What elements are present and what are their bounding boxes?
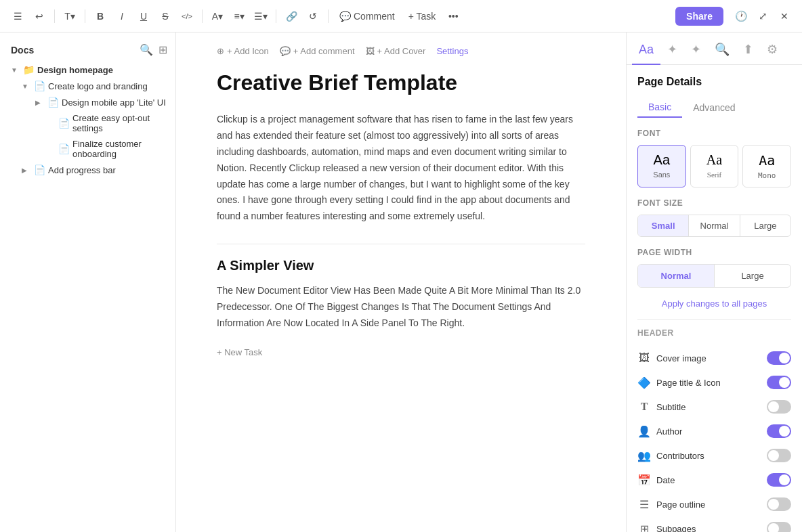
subtab-basic[interactable]: Basic bbox=[637, 97, 682, 118]
toggle-author: 👤 Author bbox=[637, 419, 791, 443]
section-divider bbox=[217, 244, 585, 244]
sidebar-item-create-logo[interactable]: ▼ 📄 Create logo and branding bbox=[3, 78, 173, 94]
size-normal[interactable]: Normal bbox=[688, 215, 739, 236]
separator-2 bbox=[85, 9, 85, 23]
tab-sparkle[interactable]: ✦ bbox=[660, 35, 684, 65]
tab-settings[interactable]: ⚙ bbox=[760, 35, 784, 65]
font-size-group: Font Size Small Normal Large bbox=[637, 198, 791, 237]
add-comment-button[interactable]: 💬 + Add comment bbox=[280, 46, 355, 56]
share-button[interactable]: Share bbox=[675, 7, 723, 26]
task-button[interactable]: + Task bbox=[403, 7, 442, 26]
sub-tabs: Basic Advanced bbox=[637, 97, 791, 118]
font-sans-option[interactable]: Aa Sans bbox=[637, 145, 686, 187]
font-name: Mono bbox=[758, 171, 776, 180]
link-button[interactable]: 🔗 bbox=[282, 7, 301, 26]
toolbar: ☰ ↩ T ▾ B I U S </> A ▾ ≡ ▾ ☰ ▾ 🔗 ↺ 💬 Co… bbox=[0, 0, 802, 32]
sidebar-item-label: Design mobile app 'Lite' UI bbox=[62, 97, 166, 108]
main-layout: Docs 🔍 ⊞ ▼ 📁 Design homepage ▼ 📄 Create … bbox=[0, 32, 802, 532]
subpages-label: Subpages bbox=[656, 524, 696, 533]
size-options: Small Normal Large bbox=[637, 215, 791, 237]
add-cover-button[interactable]: 🖼 + Add Cover bbox=[366, 46, 426, 56]
page-width-label: Page Width bbox=[637, 248, 791, 257]
tab-share[interactable]: ⬆ bbox=[736, 35, 760, 65]
panel-title: Page Details bbox=[637, 76, 791, 88]
doc-icon: 📄 bbox=[34, 81, 45, 91]
undo-button[interactable]: ↩ bbox=[30, 7, 49, 26]
font-size-label: Font Size bbox=[637, 198, 791, 208]
italic-button[interactable]: I bbox=[112, 7, 131, 26]
font-preview: Aa bbox=[706, 152, 722, 168]
width-options: Normal Large bbox=[637, 264, 791, 288]
new-task-button[interactable]: + New Task bbox=[217, 345, 262, 360]
arrow-icon: ▼ bbox=[11, 66, 20, 74]
code-button[interactable]: </> bbox=[177, 7, 196, 26]
align-button[interactable]: ≡ ▾ bbox=[230, 7, 249, 26]
sidebar-item-opt-out[interactable]: 📄 Create easy opt-out settings bbox=[3, 110, 173, 136]
add-icon-button[interactable]: ⊕ + Add Icon bbox=[217, 46, 269, 56]
comment-icon: 💬 bbox=[280, 46, 291, 56]
toggle-subpages: ⊞ Subpages bbox=[637, 516, 791, 532]
toggle-page-outline: ☰ Page outline bbox=[637, 492, 791, 516]
sidebar-icons: 🔍 ⊞ bbox=[140, 43, 167, 56]
tab-ai[interactable]: ✦ bbox=[684, 35, 708, 65]
cover-image-icon: 🖼 bbox=[637, 352, 651, 364]
arrow-icon: ▶ bbox=[35, 99, 45, 106]
subtitle-label: Subtitle bbox=[656, 402, 685, 412]
page-title-toggle[interactable] bbox=[767, 376, 791, 389]
underline-button[interactable]: U bbox=[134, 7, 153, 26]
hamburger-button[interactable]: ☰ bbox=[8, 7, 27, 26]
arrow-icon: ▶ bbox=[22, 167, 31, 174]
separator-5 bbox=[328, 9, 329, 23]
width-large[interactable]: Large bbox=[714, 265, 790, 287]
close-button[interactable]: ✕ bbox=[775, 7, 794, 26]
subtab-advanced[interactable]: Advanced bbox=[682, 97, 746, 118]
date-toggle[interactable] bbox=[767, 473, 791, 487]
size-small[interactable]: Small bbox=[638, 215, 688, 236]
sidebar-search-button[interactable]: 🔍 bbox=[140, 43, 153, 56]
loop-button[interactable]: ↺ bbox=[303, 7, 322, 26]
list-button[interactable]: ☰ ▾ bbox=[251, 7, 270, 26]
font-color-button[interactable]: A ▾ bbox=[208, 7, 227, 26]
subtitle-icon: T bbox=[637, 401, 651, 413]
date-icon: 📅 bbox=[637, 474, 651, 487]
strikethrough-button[interactable]: S bbox=[156, 7, 175, 26]
subpages-toggle[interactable] bbox=[767, 522, 791, 532]
sidebar-item-label: Create easy opt-out settings bbox=[72, 113, 167, 133]
sidebar-item-design-homepage[interactable]: ▼ 📁 Design homepage bbox=[3, 62, 173, 78]
arrow-icon: ▼ bbox=[22, 83, 31, 90]
sidebar-item-finalize[interactable]: 📄 Finalize customer onboarding bbox=[3, 136, 173, 162]
header-section-label: HEADER bbox=[637, 328, 791, 338]
size-large[interactable]: Large bbox=[740, 215, 790, 236]
doc-body-text: Clickup is a project management software… bbox=[217, 112, 585, 225]
fullscreen-button[interactable]: ⤢ bbox=[753, 7, 772, 26]
sidebar-item-label: Finalize customer onboarding bbox=[72, 139, 167, 159]
contributors-label: Contributors bbox=[656, 451, 704, 461]
page-title-label: Page title & Icon bbox=[656, 378, 721, 388]
settings-button[interactable]: Settings bbox=[436, 46, 468, 56]
cover-image-toggle[interactable] bbox=[767, 351, 791, 365]
folder-icon: 📁 bbox=[23, 64, 35, 75]
doc-actions: ⊕ + Add Icon 💬 + Add comment 🖼 + Add Cov… bbox=[217, 46, 585, 56]
bold-button[interactable]: B bbox=[91, 7, 110, 26]
apply-changes-link[interactable]: Apply changes to all pages bbox=[637, 298, 791, 309]
page-outline-toggle[interactable] bbox=[767, 497, 791, 511]
author-toggle[interactable] bbox=[767, 424, 791, 438]
page-outline-label: Page outline bbox=[656, 500, 705, 510]
subtitle-toggle[interactable] bbox=[767, 400, 791, 414]
sidebar-header: Docs 🔍 ⊞ bbox=[0, 38, 175, 62]
sidebar-item-progress-bar[interactable]: ▶ 📄 Add progress bar bbox=[3, 162, 173, 178]
contributors-toggle[interactable] bbox=[767, 449, 791, 462]
tab-search[interactable]: 🔍 bbox=[708, 35, 736, 65]
comment-button[interactable]: 💬 Comment bbox=[334, 7, 400, 26]
history-button[interactable]: 🕐 bbox=[732, 7, 751, 26]
width-normal[interactable]: Normal bbox=[638, 265, 714, 287]
text-style-button[interactable]: T ▾ bbox=[60, 7, 79, 26]
sidebar-item-design-mobile[interactable]: ▶ 📄 Design mobile app 'Lite' UI bbox=[3, 94, 173, 110]
sidebar-layout-button[interactable]: ⊞ bbox=[159, 43, 167, 56]
font-serif-option[interactable]: Aa Serif bbox=[690, 145, 739, 187]
font-mono-option[interactable]: Aa Mono bbox=[742, 145, 791, 187]
font-name: Serif bbox=[707, 171, 721, 179]
sidebar: Docs 🔍 ⊞ ▼ 📁 Design homepage ▼ 📄 Create … bbox=[0, 32, 176, 532]
more-button[interactable]: ••• bbox=[444, 7, 463, 26]
tab-font[interactable]: Aa bbox=[632, 36, 660, 65]
